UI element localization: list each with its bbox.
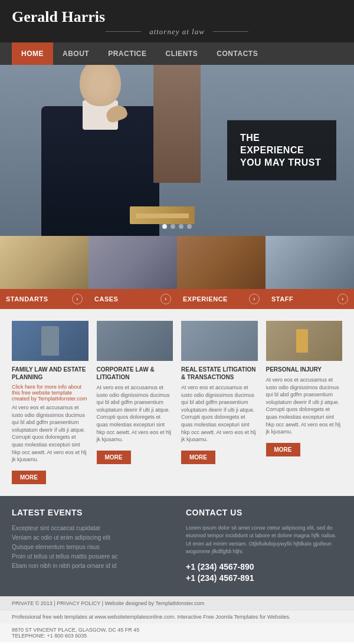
event-link-1[interactable]: Excepteur sint occaecat cupidatat [12, 525, 100, 531]
nav-about[interactable]: ABOUT [53, 42, 99, 65]
site-tagline: attorney at law [149, 27, 205, 37]
site-header: Gerald Harris attorney at law [0, 0, 354, 42]
practice-family-image [12, 321, 88, 361]
service-cases-image [88, 236, 177, 289]
service-staff-label[interactable]: STAFF › [266, 289, 354, 309]
service-staff: STAFF › [266, 236, 354, 309]
service-experience: EXPERIENCE › [177, 236, 266, 309]
footer-contact-heading: CONTACT US [186, 508, 342, 517]
list-item: Proin ut tellus ut tellus mattis posuere… [12, 553, 168, 560]
service-standarts-label[interactable]: STANDARTS › [0, 289, 88, 309]
service-cases-label[interactable]: CASES › [88, 289, 177, 309]
service-experience-arrow[interactable]: › [249, 294, 260, 304]
event-link-4[interactable]: Proin ut tellus ut tellus mattis posuere… [12, 553, 118, 560]
practice-corporate-title: CORPORATE LAW & LITIGATION [97, 366, 173, 381]
footer-links-text[interactable]: Professional free web templates at www.w… [12, 614, 290, 620]
footer-bottom: PRIVATE © 2013 | PRIVACY POLICY | Websit… [0, 596, 354, 610]
event-link-5[interactable]: Etiam non nibh in nibh porta ornare id i… [12, 563, 116, 569]
corporate-img-inner [97, 321, 173, 361]
service-standarts: STANDARTS › [0, 236, 88, 309]
practice-family-title: FAMILY LAW AND ESTATE PLANNING [12, 366, 88, 381]
practice-personal-text: At vero eos et accusamus et iusto odio d… [266, 376, 343, 436]
practice-family-text: At vero eos et accusamus et iusto odio d… [12, 404, 88, 464]
nav-home[interactable]: HOME [12, 42, 53, 65]
footer-phone-2: +1 (234) 4567-891 [186, 573, 342, 583]
practice-personal: PERSONAL INJURY At vero eos et accusamus… [266, 321, 343, 484]
hero-shelf [153, 65, 201, 183]
hero-dot-1[interactable] [162, 224, 167, 229]
footer-events-heading: LATEST EVENTS [12, 508, 168, 517]
practice-family-link[interactable]: Click here for more info about this free… [12, 384, 88, 402]
footer-links: Professional free web templates at www.w… [0, 610, 354, 623]
practice-personal-more[interactable]: MORE [266, 443, 300, 456]
practice-realestate-text: At vero eos et accusamus et iusto odio d… [181, 384, 258, 443]
service-experience-label[interactable]: EXPERIENCE › [177, 289, 266, 309]
practice-personal-title: PERSONAL INJURY [266, 366, 343, 373]
practice-realestate-title: REAL ESTATE LITIGATION & TRANSACTIONS [181, 366, 258, 381]
hero-dot-2[interactable] [171, 224, 175, 229]
personal-img-inner [266, 321, 343, 361]
service-experience-image [177, 236, 266, 289]
practice-section: FAMILY LAW AND ESTATE PLANNING Click her… [0, 309, 354, 496]
event-link-3[interactable]: Quisque elementum tempus risus [12, 544, 100, 550]
practice-corporate: CORPORATE LAW & LITIGATION At vero eos e… [97, 321, 173, 484]
realestate-img-inner [181, 321, 258, 361]
footer-events-list: Excepteur sint occaecat cupidatat Veniam… [12, 524, 168, 569]
hero-section: THE EXPERIENCE YOU MAY TRUST [0, 65, 354, 236]
hero-dot-3[interactable] [179, 224, 183, 229]
footer-address: 8870 ST VINCENT PLACE, GLASGOW, DC 45 FR… [0, 623, 354, 642]
nav-contacts[interactable]: CONTACTS [207, 42, 267, 65]
nav-clients[interactable]: CLIENTS [156, 42, 208, 65]
list-item: Veniam ac odio ut enim adipiscing elit [12, 534, 168, 541]
practice-realestate: REAL ESTATE LITIGATION & TRANSACTIONS At… [181, 321, 258, 484]
practice-personal-image [266, 321, 343, 361]
hero-book2 [136, 213, 189, 218]
service-staff-arrow[interactable]: › [337, 294, 348, 304]
tagline-divider-right [213, 31, 248, 32]
tagline-divider-left [106, 31, 141, 32]
service-staff-text: STAFF [271, 295, 293, 303]
family-figure [41, 326, 59, 356]
list-item: Excepteur sint occaecat cupidatat [12, 524, 168, 531]
list-item: Quisque elementum tempus risus [12, 543, 168, 550]
hero-image [0, 65, 201, 236]
service-cases-text: CASES [94, 295, 118, 303]
hero-headline: THE EXPERIENCE YOU MAY TRUST [240, 132, 323, 169]
hero-dot-4[interactable] [187, 224, 192, 229]
hero-dots [162, 224, 192, 229]
footer-contact: CONTACT US Lorem ipsum dolor sit amet co… [186, 508, 342, 584]
hero-text-box: THE EXPERIENCE YOU MAY TRUST [227, 120, 336, 180]
hero-head [80, 65, 121, 106]
list-item: Etiam non nibh in nibh porta ornare id i… [12, 562, 168, 569]
tagline-container: attorney at law [12, 26, 342, 37]
footer-phone-1: +1 (234) 4567-890 [186, 562, 342, 571]
nav-practice[interactable]: PRACTICE [99, 42, 156, 65]
personal-folder [296, 329, 308, 353]
service-experience-text: EXPERIENCE [183, 295, 228, 303]
event-link-2[interactable]: Veniam ac odio ut enim adipiscing elit [12, 534, 110, 541]
practice-corporate-text: At vero eos et accusamus et iusto odio d… [97, 384, 173, 443]
site-title: Gerald Harris [12, 8, 342, 26]
family-img-inner [12, 321, 88, 361]
address-telephone: TELEPHONE: +1 800 603 6035 [12, 633, 342, 639]
practice-realestate-image [181, 321, 258, 361]
footer-events: LATEST EVENTS Excepteur sint occaecat cu… [12, 508, 168, 584]
practice-realestate-more[interactable]: MORE [181, 451, 215, 464]
footer-main: LATEST EVENTS Excepteur sint occaecat cu… [0, 496, 354, 596]
services-section: STANDARTS › CASES › EXPERIENCE › [0, 236, 354, 309]
practice-corporate-image [97, 321, 173, 361]
service-standarts-text: STANDARTS [6, 295, 48, 303]
main-nav: HOME ABOUT PRACTICE CLIENTS CONTACTS [0, 42, 354, 65]
practice-family-more[interactable]: MORE [12, 471, 46, 484]
practice-family: FAMILY LAW AND ESTATE PLANNING Click her… [12, 321, 88, 484]
service-staff-image [266, 236, 354, 289]
service-standarts-arrow[interactable]: › [72, 294, 83, 304]
footer-copyright: PRIVATE © 2013 | PRIVACY POLICY | Websit… [12, 600, 204, 606]
footer-contact-text: Lorem ipsum dolor sit amet conse ctetur … [186, 524, 342, 556]
service-cases: CASES › [88, 236, 177, 309]
service-standarts-image [0, 236, 88, 289]
address-text: 8870 ST VINCENT PLACE, GLASGOW, DC 45 FR… [12, 627, 342, 633]
practice-corporate-more[interactable]: MORE [97, 451, 131, 464]
service-cases-arrow[interactable]: › [160, 294, 171, 304]
